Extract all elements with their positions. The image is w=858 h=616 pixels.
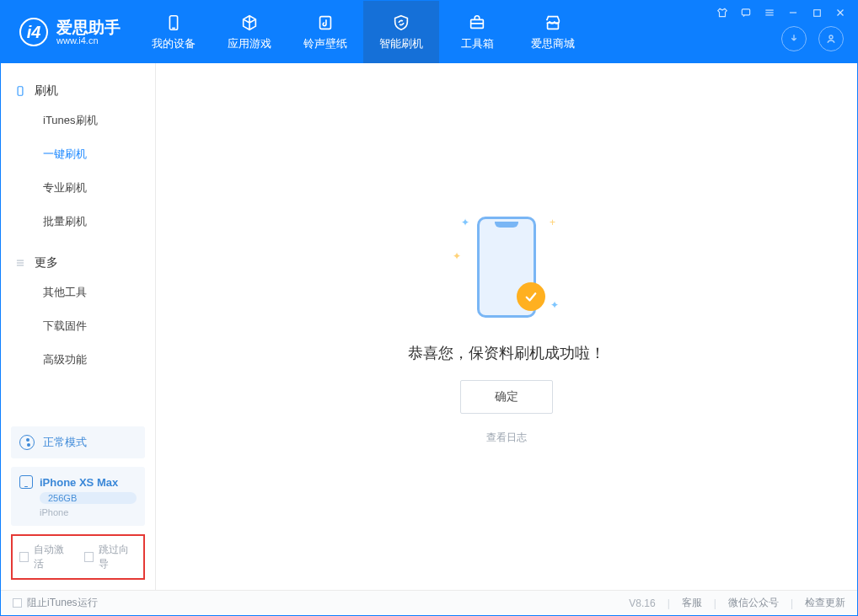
tab-ringtone-wallpaper[interactable]: 铃声壁纸 bbox=[287, 1, 363, 63]
nav-tabs: 我的设备 应用游戏 铃声壁纸 智能刷机 bbox=[136, 1, 591, 63]
check-badge-icon bbox=[517, 282, 545, 311]
svg-rect-10 bbox=[813, 9, 820, 16]
sparkle-icon: ✦ bbox=[453, 250, 461, 262]
main-content: ✦ ✦ + ✦ 恭喜您，保资料刷机成功啦！ 确定 查看日志 bbox=[156, 63, 857, 590]
sidebar-item-batch-flash[interactable]: 批量刷机 bbox=[1, 205, 155, 238]
svg-rect-5 bbox=[742, 9, 749, 15]
checkbox-label: 跳过向导 bbox=[99, 543, 137, 571]
logo: i4 爱思助手 www.i4.cn bbox=[1, 1, 136, 63]
checkbox-icon bbox=[84, 552, 94, 562]
tab-toolbox[interactable]: 工具箱 bbox=[439, 1, 515, 63]
sparkle-icon: ✦ bbox=[461, 217, 469, 228]
tab-apps-games[interactable]: 应用游戏 bbox=[212, 1, 287, 63]
separator: | bbox=[714, 597, 716, 609]
sidebar-group-title: 刷机 bbox=[35, 83, 58, 99]
mode-label: 正常模式 bbox=[43, 435, 87, 450]
tab-label: 爱思商城 bbox=[531, 36, 575, 51]
checkbox-block-itunes[interactable]: 阻止iTunes运行 bbox=[13, 596, 98, 610]
view-log-link[interactable]: 查看日志 bbox=[486, 431, 527, 445]
sidebar-group-flash: 刷机 bbox=[1, 78, 155, 104]
phone-outline-icon bbox=[19, 475, 33, 489]
header-right bbox=[716, 1, 857, 63]
tab-label: 应用游戏 bbox=[228, 36, 271, 51]
sparkle-icon: ✦ bbox=[550, 299, 559, 311]
device-capacity: 256GB bbox=[40, 492, 137, 504]
sidebar-item-pro-flash[interactable]: 专业刷机 bbox=[1, 171, 155, 205]
sidebar-item-other-tools[interactable]: 其他工具 bbox=[1, 276, 155, 309]
checkbox-label: 自动激活 bbox=[34, 543, 72, 571]
maximize-button[interactable] bbox=[810, 6, 823, 19]
toolbox-icon bbox=[467, 13, 487, 33]
list-icon bbox=[14, 257, 26, 269]
app-name-cn: 爱思助手 bbox=[56, 19, 121, 35]
sidebar-item-itunes-flash[interactable]: iTunes刷机 bbox=[1, 104, 155, 137]
tab-store[interactable]: 爱思商城 bbox=[515, 1, 591, 63]
success-title: 恭喜您，保资料刷机成功啦！ bbox=[408, 343, 605, 363]
footer-right: V8.16 | 客服 | 微信公众号 | 检查更新 bbox=[629, 596, 845, 610]
svg-rect-14 bbox=[18, 87, 23, 96]
sidebar-bottom: 正常模式 iPhone XS Max 256GB iPhone 自动激活 bbox=[1, 418, 155, 590]
logo-text: 爱思助手 www.i4.cn bbox=[56, 19, 121, 46]
tab-label: 智能刷机 bbox=[379, 36, 423, 51]
menu-icon[interactable] bbox=[763, 6, 776, 19]
feedback-icon[interactable] bbox=[739, 6, 753, 19]
sidebar-scroll: 刷机 iTunes刷机 一键刷机 专业刷机 批量刷机 更多 其他工具 下载固件 … bbox=[1, 63, 155, 418]
checkbox-label: 阻止iTunes运行 bbox=[27, 596, 98, 610]
shirt-icon[interactable] bbox=[716, 6, 729, 19]
mode-icon bbox=[19, 435, 35, 450]
device-type: iPhone bbox=[40, 507, 137, 517]
separator: | bbox=[791, 597, 793, 609]
sidebar-item-download-firmware[interactable]: 下载固件 bbox=[1, 309, 155, 343]
footer-link-update[interactable]: 检查更新 bbox=[805, 596, 845, 610]
version-label: V8.16 bbox=[629, 597, 655, 609]
close-button[interactable] bbox=[834, 6, 847, 19]
svg-point-13 bbox=[829, 35, 833, 39]
sidebar: 刷机 iTunes刷机 一键刷机 专业刷机 批量刷机 更多 其他工具 下载固件 … bbox=[1, 63, 156, 590]
minimize-button[interactable] bbox=[786, 6, 800, 19]
header: i4 爱思助手 www.i4.cn 我的设备 应用游戏 bbox=[1, 1, 857, 63]
window-controls bbox=[716, 6, 847, 19]
music-note-icon bbox=[315, 13, 335, 33]
separator: | bbox=[668, 597, 670, 609]
device-card[interactable]: iPhone XS Max 256GB iPhone bbox=[11, 467, 145, 526]
checkbox-auto-activate[interactable]: 自动激活 bbox=[19, 543, 72, 571]
mode-card[interactable]: 正常模式 bbox=[11, 426, 145, 458]
footer: 阻止iTunes运行 V8.16 | 客服 | 微信公众号 | 检查更新 bbox=[1, 590, 857, 615]
tab-smart-flash[interactable]: 智能刷机 bbox=[363, 1, 439, 63]
checkbox-skip-guide[interactable]: 跳过向导 bbox=[84, 543, 137, 571]
sidebar-group-title: 更多 bbox=[35, 255, 58, 271]
download-button[interactable] bbox=[781, 26, 807, 51]
checkbox-icon bbox=[13, 598, 22, 608]
logo-icon: i4 bbox=[19, 18, 48, 46]
tab-label: 我的设备 bbox=[152, 36, 196, 51]
shield-refresh-icon bbox=[391, 13, 411, 33]
tab-label: 铃声壁纸 bbox=[303, 36, 347, 51]
sparkle-icon: + bbox=[550, 217, 555, 228]
tab-my-device[interactable]: 我的设备 bbox=[136, 1, 212, 63]
sidebar-item-oneclick-flash[interactable]: 一键刷机 bbox=[1, 137, 155, 171]
device-name: iPhone XS Max bbox=[40, 476, 118, 489]
header-circle-buttons bbox=[781, 26, 847, 51]
cube-icon bbox=[239, 13, 260, 33]
sidebar-item-advanced[interactable]: 高级功能 bbox=[1, 343, 155, 377]
footer-link-wechat[interactable]: 微信公众号 bbox=[728, 596, 779, 610]
footer-link-support[interactable]: 客服 bbox=[682, 596, 702, 610]
user-button[interactable] bbox=[818, 26, 844, 51]
sidebar-group-more: 更多 bbox=[1, 250, 155, 276]
confirm-button[interactable]: 确定 bbox=[460, 380, 553, 414]
svg-rect-2 bbox=[320, 17, 331, 29]
checkbox-icon bbox=[19, 552, 29, 562]
body: 刷机 iTunes刷机 一键刷机 专业刷机 批量刷机 更多 其他工具 下载固件 … bbox=[1, 63, 857, 590]
tab-label: 工具箱 bbox=[461, 36, 494, 51]
success-panel: ✦ ✦ + ✦ 恭喜您，保资料刷机成功啦！ 确定 查看日志 bbox=[408, 208, 605, 445]
store-icon bbox=[543, 13, 563, 33]
checkbox-highlight-row: 自动激活 跳过向导 bbox=[11, 534, 145, 580]
app-name-en: www.i4.cn bbox=[56, 35, 121, 46]
app-window: i4 爱思助手 www.i4.cn 我的设备 应用游戏 bbox=[0, 0, 858, 616]
success-illustration: ✦ ✦ + ✦ bbox=[456, 208, 557, 326]
device-icon bbox=[14, 85, 26, 97]
phone-icon bbox=[164, 13, 184, 33]
